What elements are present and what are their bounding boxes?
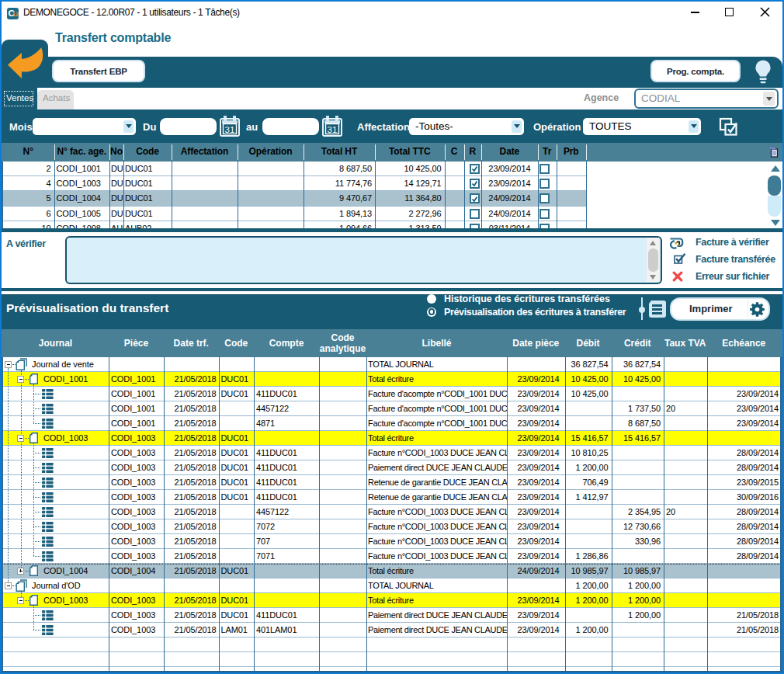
svg-text:31: 31 bbox=[328, 125, 338, 134]
svg-text:31: 31 bbox=[225, 125, 235, 134]
